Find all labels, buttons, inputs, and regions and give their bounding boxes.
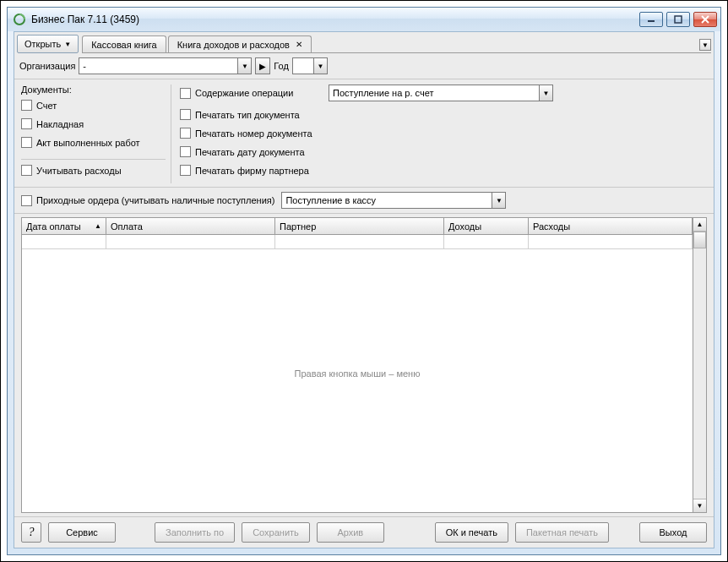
checkbox-icon <box>180 146 191 157</box>
svg-rect-2 <box>675 16 682 23</box>
checkbox-icon <box>21 165 32 176</box>
dropdown-icon[interactable]: ▼ <box>237 58 251 74</box>
chk-print-doc-type[interactable]: Печатать тип документа <box>180 109 300 120</box>
save-button[interactable]: Сохранить <box>242 522 310 543</box>
operation-content-value: Поступление на р. счет <box>329 88 539 98</box>
tab-cashbook[interactable]: Кассовая книга <box>82 35 166 52</box>
checkbox-icon <box>180 165 191 176</box>
table-row <box>22 235 693 249</box>
dropdown-icon[interactable]: ▼ <box>539 85 552 101</box>
dropdown-icon: ▼ <box>64 41 71 48</box>
chk-print-doc-date[interactable]: Печатать дату документа <box>180 146 305 157</box>
fill-by-button[interactable]: Заполнить по <box>155 522 235 543</box>
dropdown-icon[interactable]: ▼ <box>313 58 327 74</box>
tab-bar: Кассовая книга Книга доходов и расходов … <box>82 35 711 53</box>
chk-label: Печатать номер документа <box>195 128 312 139</box>
batch-print-button[interactable]: Пакетная печать <box>515 522 609 543</box>
tab-close-icon[interactable]: ✕ <box>296 40 302 49</box>
window-title: Бизнес Пак 7.11 (3459) <box>31 14 639 25</box>
documents-header: Документы: <box>21 85 166 95</box>
open-button[interactable]: Открыть ▼ <box>17 35 79 53</box>
chk-print-doc-number[interactable]: Печатать номер документа <box>180 128 312 139</box>
tab-label: Книга доходов и расходов <box>177 40 290 50</box>
org-label: Организация <box>19 61 75 71</box>
scroll-down-icon[interactable]: ▼ <box>693 499 706 512</box>
divider <box>21 159 166 160</box>
maximize-button[interactable] <box>666 12 690 27</box>
chk-account-expenses[interactable]: Учитывать расходы <box>21 165 166 176</box>
archive-button[interactable]: Архив <box>317 522 384 543</box>
year-combo[interactable]: ▼ <box>292 57 328 74</box>
col-payment[interactable]: Оплата <box>106 218 275 234</box>
tab-label: Кассовая книга <box>91 40 157 50</box>
tab-income-expense[interactable]: Книга доходов и расходов ✕ <box>168 35 312 52</box>
chk-waybill[interactable]: Накладная <box>21 118 166 129</box>
ok-print-button[interactable]: ОК и печать <box>435 522 508 543</box>
grid-header: Дата оплаты▲ Оплата Партнер Доходы Расхо… <box>22 218 693 235</box>
dropdown-icon[interactable]: ▼ <box>492 193 505 208</box>
chk-label: Накладная <box>36 119 84 129</box>
chk-label: Содержание операции <box>195 88 293 98</box>
checkbox-icon <box>21 137 32 148</box>
scroll-track[interactable] <box>693 232 706 499</box>
chk-label: Печатать дату документа <box>195 147 305 157</box>
app-icon <box>13 13 26 26</box>
chk-label: Акт выполненных работ <box>36 138 140 148</box>
operation-content-combo[interactable]: Поступление на р. счет ▼ <box>329 85 553 101</box>
col-expense[interactable]: Расходы <box>529 218 693 234</box>
org-browse-button[interactable]: ▶ <box>255 57 270 74</box>
chk-label: Счет <box>36 101 57 111</box>
tab-overflow-button[interactable]: ▼ <box>699 39 711 51</box>
org-value: - <box>79 61 237 71</box>
scroll-thumb[interactable] <box>693 232 706 248</box>
minimize-button[interactable] <box>639 12 663 27</box>
checkbox-icon <box>180 88 191 99</box>
checkbox-icon <box>21 195 32 206</box>
col-partner[interactable]: Партнер <box>275 218 444 234</box>
chk-completed-works[interactable]: Акт выполненных работ <box>21 137 166 148</box>
titlebar: Бизнес Пак 7.11 (3459) <box>8 8 720 31</box>
chk-label: Учитывать расходы <box>36 166 122 176</box>
chk-operation-content[interactable]: Содержание операции <box>180 88 322 99</box>
grid-hint: Правая кнопка мыши – меню <box>295 368 421 379</box>
main-window: Бизнес Пак 7.11 (3459) Открыть ▼ Кассова… <box>7 7 721 555</box>
checkbox-icon <box>180 109 191 120</box>
chk-invoice[interactable]: Счет <box>21 100 166 111</box>
bottom-toolbar: ? Сервис Заполнить по Сохранить Архив ОК… <box>14 516 714 548</box>
chk-label: Печатать тип документа <box>195 110 300 120</box>
scroll-up-icon[interactable]: ▲ <box>693 218 706 232</box>
vertical-scrollbar[interactable]: ▲ ▼ <box>693 218 706 512</box>
sort-asc-icon: ▲ <box>95 222 101 230</box>
col-date[interactable]: Дата оплаты▲ <box>22 218 106 234</box>
year-label: Год <box>274 61 289 71</box>
checkbox-icon <box>21 118 32 129</box>
checkbox-icon <box>180 128 191 139</box>
org-combo[interactable]: - ▼ <box>79 57 252 74</box>
chk-label: Приходные ордера (учитывать наличные пос… <box>36 195 274 205</box>
exit-button[interactable]: Выход <box>639 522 707 543</box>
chk-print-partner-firm[interactable]: Печатать фирму партнера <box>180 165 309 176</box>
chk-receipt-orders[interactable]: Приходные ордера (учитывать наличные пос… <box>21 195 274 206</box>
help-button[interactable]: ? <box>21 522 41 543</box>
close-button[interactable] <box>693 12 717 27</box>
open-button-label: Открыть <box>24 39 61 49</box>
data-grid: Дата оплаты▲ Оплата Партнер Доходы Расхо… <box>21 217 707 513</box>
client-area: Открыть ▼ Кассовая книга Книга доходов и… <box>14 31 714 548</box>
col-income[interactable]: Доходы <box>444 218 529 234</box>
orders-combo[interactable]: Поступление в кассу ▼ <box>281 192 506 209</box>
orders-value: Поступление в кассу <box>282 195 492 205</box>
checkbox-icon <box>21 100 32 111</box>
service-button[interactable]: Сервис <box>48 522 116 543</box>
grid-body[interactable]: Правая кнопка мыши – меню <box>22 235 693 512</box>
chk-label: Печатать фирму партнера <box>195 166 309 176</box>
